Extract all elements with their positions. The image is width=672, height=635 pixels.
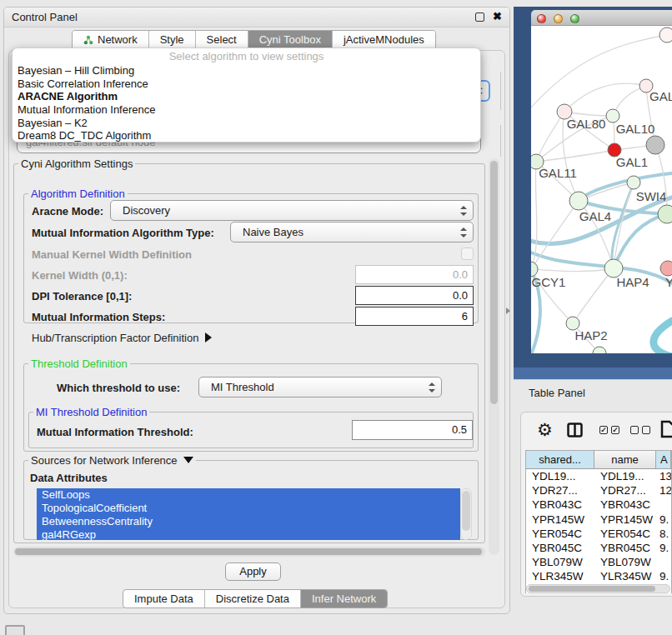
- gear-icon[interactable]: ⚙: [537, 420, 553, 440]
- attribute-list-item[interactable]: SelfLoops: [37, 488, 460, 502]
- mi-type-combo[interactable]: Naive Bayes: [230, 222, 474, 242]
- column-header-A[interactable]: A: [656, 451, 671, 468]
- table-horizontal-scrollbar-thumb[interactable]: [529, 586, 655, 592]
- network-node-gal10[interactable]: [606, 109, 619, 122]
- network-edge: [654, 321, 672, 353]
- mi-threshold-label: Mutual Information Threshold:: [37, 426, 193, 438]
- settings-horizontal-scrollbar-thumb[interactable]: [15, 548, 482, 555]
- table-header-row: shared...nameA: [526, 451, 671, 469]
- control-panel-title: Control Panel: [12, 11, 78, 23]
- dpi-tolerance-value: 0.0: [453, 289, 468, 302]
- checked-boxes-icon[interactable]: ✓: [611, 426, 619, 434]
- close-traffic-light-icon[interactable]: [537, 14, 546, 23]
- which-threshold-combo[interactable]: MI Threshold: [198, 377, 442, 398]
- kernel-width-label: Kernel Width (0,1):: [32, 269, 128, 282]
- attribute-list-item[interactable]: TopologicalCoefficient: [37, 502, 460, 515]
- tab-discretize-data[interactable]: Discretize Data: [205, 590, 301, 608]
- algorithm-option[interactable]: Bayesian – Hill Climbing: [13, 64, 480, 78]
- which-threshold-value: MI Threshold: [211, 381, 274, 393]
- tab-impute-data[interactable]: Impute Data: [123, 590, 205, 608]
- tab-network[interactable]: Network: [73, 31, 149, 48]
- table-cell: YLR345W: [594, 569, 656, 583]
- tab-style[interactable]: Style: [149, 31, 196, 48]
- algorithm-popup-list: Bayesian – Hill ClimbingBasic Correlatio…: [13, 64, 480, 142]
- table-cell: 8.: [656, 527, 671, 541]
- network-node-y[interactable]: [660, 261, 672, 276]
- table-cell: YBR043C: [526, 498, 594, 512]
- combo-stepper-icon: [460, 206, 467, 216]
- close-icon[interactable]: ✖: [493, 10, 502, 22]
- algorithm-option[interactable]: Basic Correlation Inference: [13, 78, 480, 91]
- network-icon: [83, 35, 93, 45]
- tab-select[interactable]: Select: [196, 31, 248, 48]
- table-cell: YBL079W: [594, 555, 656, 569]
- tab-cyni-toolbox[interactable]: Cyni Toolbox: [248, 31, 333, 48]
- network-node[interactable]: [646, 136, 664, 154]
- manual-kernel-label: Manual Kernel Width Definition: [32, 248, 192, 261]
- minimized-panel-icon[interactable]: [5, 625, 25, 635]
- algorithm-option[interactable]: Mutual Information Inference: [13, 103, 480, 117]
- attribute-list-item[interactable]: gal4RGexp: [37, 528, 460, 540]
- mi-threshold-value: 0.5: [452, 423, 467, 436]
- apply-button[interactable]: Apply: [225, 562, 281, 581]
- settings-vertical-scrollbar-thumb[interactable]: [490, 161, 498, 404]
- table-cell: YDL19...: [594, 469, 656, 483]
- tab-jactivemnodules[interactable]: jActiveMNodules: [333, 31, 435, 48]
- mi-type-value: Naive Bayes: [243, 226, 303, 238]
- network-node-gal4[interactable]: [569, 192, 588, 210]
- expand-right-icon: [205, 332, 212, 342]
- table-cell: YBL079W: [526, 555, 594, 569]
- network-edge: [536, 112, 564, 162]
- node-table[interactable]: shared...nameA YDL19...YDL19...13YDR27..…: [525, 450, 672, 593]
- network-node-swi4[interactable]: [627, 176, 640, 189]
- table-row[interactable]: YER054CYER054C8.: [526, 527, 671, 541]
- tab-infer-network[interactable]: Infer Network: [301, 590, 387, 608]
- network-edge: [573, 268, 614, 323]
- table-row[interactable]: YPR145WYPR145W9.: [526, 512, 671, 527]
- node-label: GAL11: [539, 166, 577, 180]
- columns-icon[interactable]: [567, 422, 583, 438]
- node-label: GCY1: [532, 275, 566, 289]
- network-node[interactable]: [659, 28, 672, 42]
- attribute-list-item[interactable]: BetweennessCentrality: [37, 515, 460, 528]
- attributes-list-scrollbar-thumb[interactable]: [462, 491, 470, 531]
- kernel-width-field[interactable]: 0.0: [355, 265, 474, 284]
- mi-steps-field[interactable]: 6: [355, 307, 474, 326]
- mi-threshold-field[interactable]: 0.5: [352, 420, 473, 440]
- mi-steps-value: 6: [462, 310, 468, 322]
- algorithm-option[interactable]: ARACNE Algorithm: [13, 90, 480, 103]
- column-header-name[interactable]: name: [594, 451, 656, 468]
- split-pane-collapse-icon[interactable]: [506, 308, 510, 314]
- network-edge: [564, 83, 646, 112]
- data-attributes-list[interactable]: SelfLoopsTopologicalCoefficientBetweenne…: [37, 488, 460, 540]
- algorithm-option[interactable]: Bayesian – K2: [13, 117, 480, 130]
- mi-threshold-group-title: MI Threshold Definition: [33, 406, 149, 418]
- kernel-width-value: 0.0: [453, 268, 468, 281]
- zoom-traffic-light-icon[interactable]: [570, 14, 579, 23]
- checked-boxes-icon[interactable]: ✓: [599, 426, 608, 434]
- network-window-titlebar[interactable]: [531, 10, 672, 26]
- hub-definition-toggle[interactable]: Hub/Transcription Factor Definition: [32, 332, 212, 344]
- table-row[interactable]: YBL079WYBL079W: [526, 555, 671, 569]
- algorithm-option[interactable]: Dream8 DC_TDC Algorithm: [13, 129, 480, 142]
- dpi-tolerance-field[interactable]: 0.0: [355, 286, 474, 305]
- column-header-shared...[interactable]: shared...: [526, 451, 594, 468]
- table-row[interactable]: YBR043CYBR043C: [526, 498, 671, 512]
- data-attributes-label: Data Attributes: [30, 472, 108, 484]
- manual-kernel-checkbox[interactable]: [461, 248, 474, 260]
- document-icon[interactable]: [660, 420, 672, 438]
- float-window-icon[interactable]: [475, 12, 484, 22]
- table-row[interactable]: YDR27...YDR27...12: [526, 483, 671, 498]
- unchecked-boxes-icon[interactable]: [642, 426, 650, 434]
- network-edge: [531, 268, 614, 272]
- network-canvas[interactable]: GALGAL80GAL10GAL1GAL11SWI4GAL4GCY1HAP4YH…: [531, 26, 672, 353]
- minimize-traffic-light-icon[interactable]: [554, 14, 563, 23]
- unchecked-boxes-icon[interactable]: [630, 426, 639, 434]
- table-row[interactable]: YBR045CYBR045C9.: [526, 541, 671, 555]
- screen: Control Panel ✖ NetworkStyleSelectCyni T…: [0, 0, 672, 635]
- aracne-mode-combo[interactable]: Discovery: [110, 200, 474, 221]
- table-row[interactable]: YLR345WYLR345W9.: [526, 569, 671, 583]
- sources-toggle[interactable]: Sources for Network Inference: [28, 454, 196, 467]
- network-node[interactable]: [658, 205, 672, 223]
- table-row[interactable]: YDL19...YDL19...13: [526, 469, 671, 483]
